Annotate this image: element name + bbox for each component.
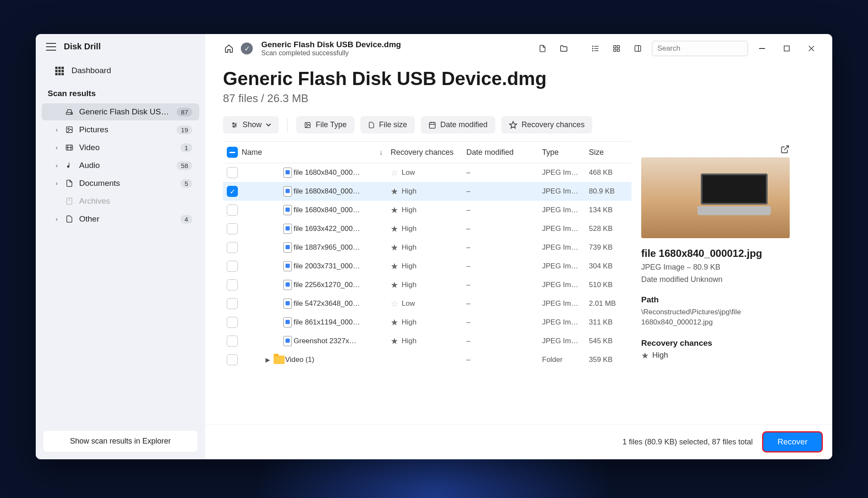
sidebar-item-drive[interactable]: Generic Flash Disk USB D…87 <box>42 103 199 120</box>
file-name: file 1693x422_000… <box>294 225 391 233</box>
topbar-subtitle: Scan completed successfully <box>261 49 526 57</box>
selection-status: 1 files (80.9 KB) selected, 87 files tot… <box>622 438 753 447</box>
table-row[interactable]: file 1680x840_000… ☆Low – JPEG Im… 468 K… <box>223 163 631 182</box>
table-row[interactable]: Greenshot 2327x… ★High – JPEG Im… 545 KB <box>223 332 631 350</box>
row-checkbox[interactable]: ✓ <box>227 186 238 197</box>
preview-filename: file 1680x840_000012.jpg <box>641 248 790 259</box>
show-filter-button[interactable]: Show <box>223 116 279 134</box>
column-size[interactable]: Size <box>589 148 631 157</box>
star-icon: ★ <box>391 317 398 327</box>
recover-button[interactable]: Recover <box>763 432 822 452</box>
show-in-explorer-button[interactable]: Show scan results in Explorer <box>43 431 197 452</box>
folder-icon[interactable] <box>553 40 574 57</box>
grid-view-icon[interactable] <box>606 40 627 57</box>
svg-rect-19 <box>594 46 599 47</box>
hamburger-icon[interactable] <box>46 43 56 51</box>
preview-rec-label: Recovery chances <box>641 339 790 348</box>
table-row[interactable]: file 861x1194_000… ★High – JPEG Im… 311 … <box>223 313 631 332</box>
sidebar: Disk Drill Dashboard Scan results Generi… <box>36 34 205 459</box>
file-size-filter-button[interactable]: File size <box>360 116 415 134</box>
row-checkbox[interactable] <box>227 354 238 365</box>
expand-icon[interactable]: ▶ <box>262 356 273 363</box>
file-icon[interactable] <box>532 40 553 57</box>
row-checkbox[interactable] <box>227 279 238 290</box>
dashboard-icon <box>54 66 64 75</box>
home-icon[interactable] <box>223 43 235 54</box>
table-row[interactable]: file 1680x840_000… ★High – JPEG Im… 134 … <box>223 201 631 219</box>
close-button[interactable] <box>801 40 822 57</box>
table-row[interactable]: file 2003x731_000… ★High – JPEG Im… 304 … <box>223 257 631 276</box>
svg-rect-1 <box>58 67 61 69</box>
sidebar-item-video[interactable]: ›Video1 <box>42 139 199 156</box>
sidebar-item-archives[interactable]: Archives <box>42 193 199 210</box>
sidebar-item-dashboard[interactable]: Dashboard <box>36 62 205 80</box>
column-type[interactable]: Type <box>542 148 589 157</box>
star-icon: ★ <box>391 261 398 271</box>
count-badge: 58 <box>177 161 192 170</box>
recovery-chances-filter-button[interactable]: Recovery chances <box>501 116 592 134</box>
table-row[interactable]: file 1887x965_000… ★High – JPEG Im… 739 … <box>223 238 631 257</box>
column-name[interactable]: Name↓ <box>242 148 391 157</box>
table-row-folder[interactable]: ▶ Video (1) – Folder 359 KB <box>223 350 631 369</box>
file-size: 359 KB <box>589 356 631 364</box>
date-modified-filter-button[interactable]: Date modified <box>421 116 495 134</box>
recovery-chance: ★High <box>391 242 466 253</box>
file-type: JPEG Im… <box>542 337 589 345</box>
file-size: 134 KB <box>589 206 631 214</box>
row-checkbox[interactable] <box>227 242 238 253</box>
row-checkbox[interactable] <box>227 317 238 328</box>
table-row[interactable]: ✓ file 1680x840_000… ★High – JPEG Im… 80… <box>223 182 631 201</box>
table-row[interactable]: file 5472x3648_00… ☆Low – JPEG Im… 2.01 … <box>223 294 631 313</box>
split-view-icon[interactable] <box>627 40 648 57</box>
open-external-icon[interactable] <box>780 145 790 154</box>
row-checkbox[interactable] <box>227 261 238 272</box>
folder-icon <box>273 356 285 364</box>
row-checkbox[interactable] <box>227 336 238 347</box>
sidebar-item-other[interactable]: ›Other4 <box>42 211 199 228</box>
preview-meta: JPEG Image – 80.9 KB <box>641 263 790 272</box>
file-name: file 5472x3648_00… <box>294 299 391 308</box>
file-type-icon <box>282 299 294 309</box>
column-recovery[interactable]: Recovery chances <box>391 148 466 157</box>
date-modified: – <box>466 243 542 252</box>
folder-name: Video (1) <box>285 356 391 364</box>
row-checkbox[interactable] <box>227 205 238 216</box>
row-checkbox[interactable] <box>227 167 238 178</box>
svg-rect-32 <box>759 48 765 49</box>
count-badge: 19 <box>177 125 192 134</box>
star-icon: ★ <box>391 242 398 253</box>
column-date[interactable]: Date modified <box>466 148 542 157</box>
minimize-button[interactable] <box>751 40 773 57</box>
preview-date: Date modified Unknown <box>641 275 790 284</box>
recovery-chance: ★High <box>391 280 466 290</box>
file-size: 528 KB <box>589 225 631 233</box>
file-type-filter-button[interactable]: File Type <box>296 116 354 134</box>
maximize-button[interactable] <box>776 40 797 57</box>
date-modified: – <box>466 281 542 289</box>
table-row[interactable]: file 2256x1270_00… ★High – JPEG Im… 510 … <box>223 276 631 294</box>
recovery-chance: ★High <box>391 205 466 215</box>
search-input[interactable] <box>652 41 748 56</box>
topbar-title: Generic Flash Disk USB Device.dmg <box>261 40 526 49</box>
star-icon <box>509 121 517 129</box>
search-field[interactable] <box>657 44 748 53</box>
sidebar-item-documents[interactable]: ›Documents5 <box>42 175 199 192</box>
date-modified: – <box>466 262 542 270</box>
recovery-chance: ★High <box>391 186 466 196</box>
svg-rect-44 <box>429 122 435 128</box>
chevron-icon: › <box>54 144 60 151</box>
sidebar-item-audio[interactable]: ›Audio58 <box>42 157 199 174</box>
row-checkbox[interactable] <box>227 298 238 309</box>
list-view-icon[interactable] <box>585 40 606 57</box>
file-type-icon <box>282 242 294 253</box>
recovery-chance: ★High <box>391 336 466 346</box>
dashboard-label: Dashboard <box>71 66 111 75</box>
star-icon: ★ <box>391 224 398 234</box>
count-badge: 5 <box>180 179 192 188</box>
select-all-checkbox[interactable] <box>227 147 238 158</box>
svg-rect-7 <box>58 73 61 76</box>
table-row[interactable]: file 1693x422_000… ★High – JPEG Im… 528 … <box>223 219 631 238</box>
app-name: Disk Drill <box>64 42 101 51</box>
sidebar-item-pictures[interactable]: ›Pictures19 <box>42 121 199 138</box>
row-checkbox[interactable] <box>227 223 238 234</box>
